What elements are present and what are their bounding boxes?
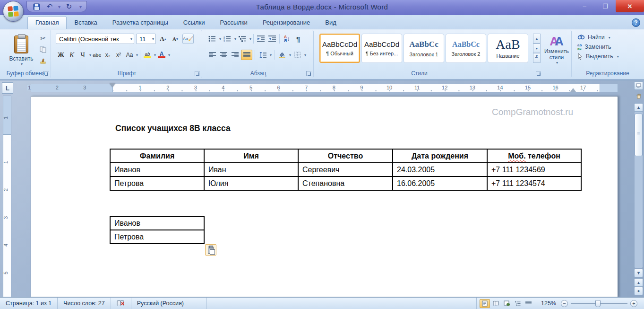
help-icon[interactable]: ? bbox=[632, 18, 640, 27]
view-draft-button[interactable] bbox=[523, 299, 533, 308]
tab-page-layout[interactable]: Разметка страницы bbox=[105, 17, 176, 29]
bold-button[interactable]: Ж bbox=[56, 50, 66, 60]
tab-view[interactable]: Вид bbox=[318, 17, 344, 29]
ruler-toggle-button[interactable] bbox=[634, 81, 643, 90]
document-heading[interactable]: Список учащихся 8В класса bbox=[115, 124, 231, 133]
justify-button[interactable] bbox=[241, 50, 252, 60]
styles-scroll-down-icon[interactable]: ▼ bbox=[533, 44, 541, 53]
borders-dropdown-icon[interactable]: ▾ bbox=[304, 53, 306, 57]
copy-icon[interactable] bbox=[38, 44, 48, 55]
paragraph-dialog-launcher[interactable] bbox=[306, 71, 311, 76]
pan-hand-icon[interactable] bbox=[634, 92, 643, 100]
header-lastname[interactable]: Фамилия bbox=[110, 149, 204, 163]
first-line-indent-marker[interactable] bbox=[110, 83, 115, 87]
tab-home[interactable]: Главная bbox=[27, 16, 67, 29]
clear-formatting-button[interactable]: A­a🧹 bbox=[182, 34, 194, 44]
table-cell[interactable]: Иван bbox=[204, 163, 298, 177]
restore-button[interactable]: ❐ bbox=[595, 0, 616, 12]
highlight-dropdown-icon[interactable]: ▾ bbox=[154, 53, 156, 57]
change-styles-button[interactable]: AA Изменить стили ▾ bbox=[543, 34, 570, 70]
shrink-font-button[interactable]: A▾ bbox=[170, 34, 180, 44]
table-cell[interactable]: Степановна bbox=[298, 177, 393, 190]
superscript-button[interactable]: x² bbox=[113, 50, 124, 60]
tab-stop-selector[interactable]: L bbox=[2, 82, 13, 94]
close-button[interactable]: ✕ bbox=[616, 0, 644, 12]
paste-options-smart-tag[interactable] bbox=[205, 244, 216, 256]
change-case-dropdown-icon[interactable]: ▾ bbox=[136, 53, 138, 57]
decrease-indent-button[interactable] bbox=[256, 34, 266, 44]
numbering-dropdown-icon[interactable]: ▾ bbox=[234, 37, 236, 41]
document-page[interactable]: CompGramotnost.ru Список учащихся 8В кла… bbox=[31, 96, 618, 297]
previous-page-button[interactable]: ▲ bbox=[634, 278, 643, 287]
align-center-button[interactable] bbox=[218, 50, 229, 60]
header-patronymic[interactable]: Отчество bbox=[298, 149, 393, 163]
office-button[interactable] bbox=[3, 1, 24, 22]
font-color-dropdown-icon[interactable]: ▾ bbox=[168, 53, 170, 57]
table-cell[interactable]: +7 111 1234574 bbox=[487, 177, 581, 190]
multilevel-dropdown-icon[interactable]: ▾ bbox=[249, 37, 251, 41]
table-cell[interactable]: Сергеевич bbox=[298, 163, 393, 177]
status-language[interactable]: Русский (Россия) bbox=[131, 298, 207, 309]
borders-button[interactable] bbox=[292, 50, 302, 60]
shading-button[interactable] bbox=[277, 50, 287, 60]
table-cell[interactable]: Иванов bbox=[110, 163, 204, 177]
zoom-out-icon[interactable]: − bbox=[561, 300, 568, 307]
header-firstname[interactable]: Имя bbox=[204, 149, 298, 163]
select-browse-object-button[interactable]: ● bbox=[634, 287, 643, 295]
table-cell[interactable]: +7 111 1234569 bbox=[487, 163, 581, 177]
view-web-layout-button[interactable] bbox=[501, 299, 512, 308]
tab-review[interactable]: Рецензирование bbox=[255, 17, 318, 29]
font-name-combo[interactable]: Calibri (Основной тек▾ bbox=[56, 34, 134, 44]
numbering-button[interactable]: 123 bbox=[222, 34, 232, 44]
style-heading2[interactable]: AaBbCc Заголовок 2 bbox=[446, 34, 486, 63]
scroll-down-icon[interactable]: ▼ bbox=[634, 269, 643, 277]
minimize-button[interactable]: – bbox=[574, 0, 595, 12]
style-title[interactable]: AaB Название bbox=[488, 34, 528, 63]
format-painter-icon[interactable] bbox=[38, 56, 48, 66]
right-indent-marker[interactable] bbox=[570, 88, 576, 92]
status-proofing[interactable] bbox=[111, 298, 131, 309]
table-cell[interactable]: Иванов bbox=[110, 216, 204, 230]
tab-references[interactable]: Ссылки bbox=[176, 17, 213, 29]
zoom-in-icon[interactable]: + bbox=[630, 300, 637, 307]
line-spacing-dropdown-icon[interactable]: ▾ bbox=[270, 53, 272, 57]
table-cell[interactable]: Юлия bbox=[204, 177, 298, 190]
view-fullscreen-reading-button[interactable] bbox=[490, 299, 501, 308]
select-button[interactable]: Выделить▾ bbox=[577, 53, 619, 60]
highlight-button[interactable]: ab bbox=[142, 50, 153, 60]
tab-mailings[interactable]: Рассылки bbox=[213, 17, 255, 29]
style-heading1[interactable]: AaBbCc Заголовок 1 bbox=[404, 34, 444, 63]
style-normal[interactable]: AaBbCcDd ¶ Обычный bbox=[319, 34, 360, 63]
styles-scroll-up-icon[interactable]: ▲ bbox=[533, 34, 541, 44]
subscript-button[interactable]: x₂ bbox=[103, 50, 113, 60]
strikethrough-button[interactable]: abc bbox=[92, 50, 102, 60]
scroll-up-icon[interactable]: ▲ bbox=[634, 103, 643, 112]
status-page-number[interactable]: Страница: 1 из 1 bbox=[0, 298, 58, 309]
find-button[interactable]: Найти▾ bbox=[577, 34, 619, 41]
grow-font-button[interactable]: A▴ bbox=[158, 34, 168, 44]
bullets-dropdown-icon[interactable]: ▾ bbox=[219, 37, 221, 41]
styles-dialog-launcher[interactable] bbox=[536, 71, 541, 76]
view-print-layout-button[interactable] bbox=[480, 299, 490, 308]
sort-button[interactable]: АЯ↓ bbox=[282, 34, 292, 44]
table-cell[interactable]: Петрова bbox=[110, 230, 204, 244]
zoom-slider-track[interactable] bbox=[571, 303, 627, 304]
status-word-count[interactable]: Число слов: 27 bbox=[58, 298, 111, 309]
table-cell[interactable]: Петрова bbox=[110, 177, 204, 190]
align-right-button[interactable] bbox=[230, 50, 240, 60]
increase-indent-button[interactable] bbox=[267, 34, 277, 44]
align-left-button[interactable] bbox=[207, 50, 217, 60]
cut-icon[interactable]: ✂ bbox=[38, 33, 48, 44]
zoom-slider-thumb[interactable] bbox=[595, 300, 601, 307]
multilevel-list-button[interactable] bbox=[237, 34, 248, 44]
bullets-button[interactable] bbox=[207, 34, 217, 44]
tab-insert[interactable]: Вставка bbox=[67, 17, 104, 29]
view-outline-button[interactable] bbox=[512, 299, 523, 308]
clipboard-dialog-launcher[interactable] bbox=[43, 71, 49, 76]
header-phone[interactable]: Моб. телефон bbox=[487, 149, 581, 163]
font-size-combo[interactable]: 11▾ bbox=[136, 34, 156, 44]
paste-button[interactable]: Вставить ▾ bbox=[8, 33, 35, 74]
underline-dropdown-icon[interactable]: ▾ bbox=[89, 53, 91, 57]
change-case-button[interactable]: Aa bbox=[124, 50, 135, 60]
replace-button[interactable]: abac Заменить bbox=[577, 44, 619, 50]
